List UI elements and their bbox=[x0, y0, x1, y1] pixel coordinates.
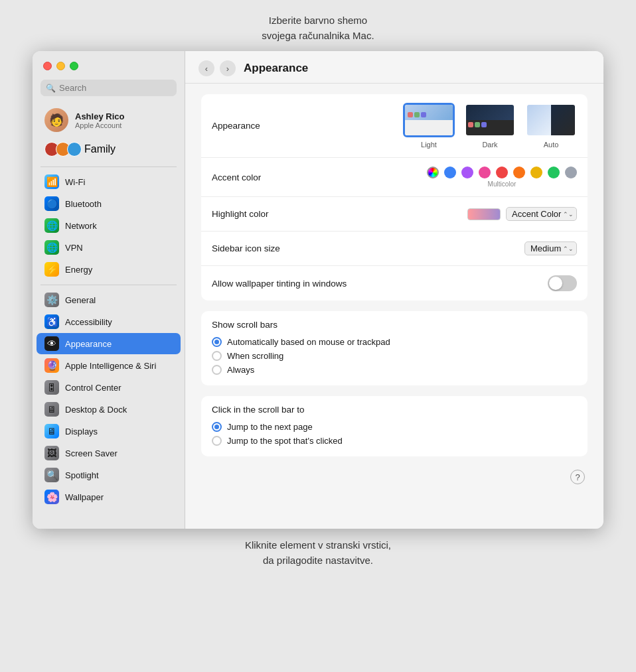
sidebar-item-appearance[interactable]: 👁 Appearance bbox=[37, 333, 181, 354]
color-multicolor[interactable] bbox=[427, 167, 439, 178]
color-orange[interactable] bbox=[513, 167, 525, 178]
sidebar-size-control: Small Medium Large bbox=[524, 241, 577, 255]
sidebar-item-vpn[interactable]: 🌐 VPN bbox=[37, 237, 181, 258]
highlight-color-label: Highlight color bbox=[212, 209, 269, 219]
toggle-knob bbox=[549, 277, 562, 290]
color-purple[interactable] bbox=[461, 167, 473, 178]
accent-colors: Multicolor bbox=[427, 167, 577, 188]
scroll-auto-label: Automatically based on mouse or trackpad bbox=[227, 337, 390, 347]
highlight-select[interactable]: Accent Color bbox=[506, 207, 577, 221]
sidebar-icon-size-row: Sidebar icon size Small Medium Large bbox=[201, 232, 588, 266]
click-next-radio[interactable] bbox=[212, 422, 222, 432]
maximize-button[interactable] bbox=[70, 62, 78, 70]
controlcenter-icon: 🎛 bbox=[44, 380, 59, 395]
sidebar-item-energy[interactable]: ⚡ Energy bbox=[37, 259, 181, 280]
scroll-scrolling-label: When scrolling bbox=[227, 351, 283, 361]
color-pink[interactable] bbox=[479, 167, 491, 178]
sidebar-item-desktopdock[interactable]: 🖥 Desktop & Dock bbox=[37, 399, 181, 420]
click-scroll-section: Click in the scroll bar to Jump to the n… bbox=[201, 396, 588, 456]
accent-color-label: Accent color bbox=[212, 172, 261, 182]
scroll-always-label: Always bbox=[227, 365, 254, 375]
appearance-light-option[interactable]: Light bbox=[403, 103, 455, 149]
sidebar-item-spotlight[interactable]: 🔍 Spotlight bbox=[37, 464, 181, 486]
avatar: 🧑 bbox=[44, 108, 68, 132]
sidebar-size-select[interactable]: Small Medium Large bbox=[524, 241, 577, 255]
forward-button[interactable]: › bbox=[220, 60, 236, 76]
appearance-thumbnails: Light Dark bbox=[403, 103, 577, 149]
bluetooth-label: Bluetooth bbox=[65, 199, 102, 209]
user-info: Ashley Rico Apple Account bbox=[75, 111, 124, 129]
color-red[interactable] bbox=[496, 167, 508, 178]
sidebar-icon-size-label: Sidebar icon size bbox=[212, 243, 280, 253]
search-bar[interactable]: 🔍 bbox=[40, 80, 177, 96]
dark-thumb bbox=[464, 103, 516, 137]
scroll-auto-option[interactable]: Automatically based on mouse or trackpad bbox=[212, 335, 577, 349]
displays-icon: 🖥 bbox=[44, 424, 59, 438]
user-section[interactable]: 🧑 Ashley Rico Apple Account bbox=[37, 104, 181, 136]
scroll-always-option[interactable]: Always bbox=[212, 363, 577, 377]
energy-label: Energy bbox=[65, 265, 92, 275]
wallpaper-label: Wallpaper bbox=[65, 492, 104, 502]
appearance-dark-option[interactable]: Dark bbox=[464, 103, 516, 149]
desktopdock-icon: 🖥 bbox=[44, 402, 59, 417]
search-input[interactable] bbox=[59, 83, 171, 93]
highlight-color-row: Highlight color Accent Color bbox=[201, 197, 588, 232]
scroll-bars-section: Show scroll bars Automatically based on … bbox=[201, 311, 588, 385]
click-spot-option[interactable]: Jump to the spot that's clicked bbox=[212, 434, 577, 448]
main-content: ‹ › Appearance Appearance bbox=[185, 51, 603, 529]
sidebar-item-wifi[interactable]: 📶 Wi-Fi bbox=[37, 171, 181, 192]
accent-sublabel: Multicolor bbox=[488, 180, 517, 188]
vpn-label: VPN bbox=[65, 243, 83, 253]
scroll-auto-radio[interactable] bbox=[212, 337, 222, 347]
sidebar-item-accessibility[interactable]: ♿ Accessibility bbox=[37, 311, 181, 332]
sidebar-item-wallpaper[interactable]: 🌸 Wallpaper bbox=[37, 486, 181, 507]
highlight-select-wrapper[interactable]: Accent Color bbox=[506, 207, 577, 221]
wallpaper-tinting-control bbox=[548, 275, 577, 291]
sidebar-item-general[interactable]: ⚙️ General bbox=[37, 289, 181, 310]
click-spot-radio[interactable] bbox=[212, 436, 222, 446]
sidebar-size-select-wrapper[interactable]: Small Medium Large bbox=[524, 241, 577, 255]
scroll-scrolling-option[interactable]: When scrolling bbox=[212, 349, 577, 363]
close-button[interactable] bbox=[43, 62, 52, 70]
network-label: Network bbox=[65, 221, 97, 231]
back-button[interactable]: ‹ bbox=[199, 60, 214, 76]
divider-1 bbox=[40, 167, 177, 167]
user-subtitle: Apple Account bbox=[75, 121, 124, 129]
settings-body: Appearance bbox=[185, 84, 603, 500]
scroll-scrolling-radio[interactable] bbox=[212, 351, 222, 361]
general-icon: ⚙️ bbox=[44, 293, 59, 307]
wallpaper-tinting-toggle[interactable] bbox=[548, 275, 577, 291]
sidebar-item-screensaver[interactable]: 🖼 Screen Saver bbox=[37, 442, 181, 464]
sidebar: 🔍 🧑 Ashley Rico Apple Account Family 📶 W… bbox=[33, 51, 185, 529]
sidebar-item-controlcenter[interactable]: 🎛 Control Center bbox=[37, 377, 181, 398]
click-next-option[interactable]: Jump to the next page bbox=[212, 420, 577, 434]
minimize-button[interactable] bbox=[56, 62, 65, 70]
wallpaper-icon: 🌸 bbox=[44, 490, 59, 504]
general-label: General bbox=[65, 295, 96, 305]
scroll-always-radio[interactable] bbox=[212, 365, 222, 375]
screensaver-label: Screen Saver bbox=[65, 448, 118, 458]
sidebar-item-family[interactable]: Family bbox=[37, 139, 181, 160]
color-graphite[interactable] bbox=[565, 167, 577, 178]
color-yellow[interactable] bbox=[530, 167, 542, 178]
search-icon: 🔍 bbox=[46, 84, 56, 93]
screensaver-icon: 🖼 bbox=[44, 446, 59, 460]
sidebar-item-bluetooth[interactable]: 🔵 Bluetooth bbox=[37, 193, 181, 214]
page-title: Appearance bbox=[244, 62, 308, 75]
siri-label: Apple Intelligence & Siri bbox=[65, 361, 156, 371]
sidebar-item-displays[interactable]: 🖥 Displays bbox=[37, 421, 181, 442]
color-blue[interactable] bbox=[444, 167, 456, 178]
siri-icon: 🔮 bbox=[44, 358, 59, 373]
help-button[interactable]: ? bbox=[570, 470, 585, 484]
tooltip-bottom: Kliknite element v stranski vrstici, da … bbox=[245, 538, 391, 568]
color-dots bbox=[427, 167, 577, 178]
appearance-section: Appearance bbox=[201, 94, 588, 301]
family-avatars bbox=[44, 142, 78, 157]
wallpaper-tinting-label: Allow wallpaper tinting in windows bbox=[212, 279, 347, 289]
sidebar-item-siri[interactable]: 🔮 Apple Intelligence & Siri bbox=[37, 355, 181, 376]
color-green[interactable] bbox=[548, 167, 560, 178]
spotlight-label: Spotlight bbox=[65, 470, 99, 480]
appearance-auto-option[interactable]: Auto bbox=[525, 103, 577, 149]
vpn-icon: 🌐 bbox=[44, 240, 59, 255]
sidebar-item-network[interactable]: 🌐 Network bbox=[37, 215, 181, 236]
